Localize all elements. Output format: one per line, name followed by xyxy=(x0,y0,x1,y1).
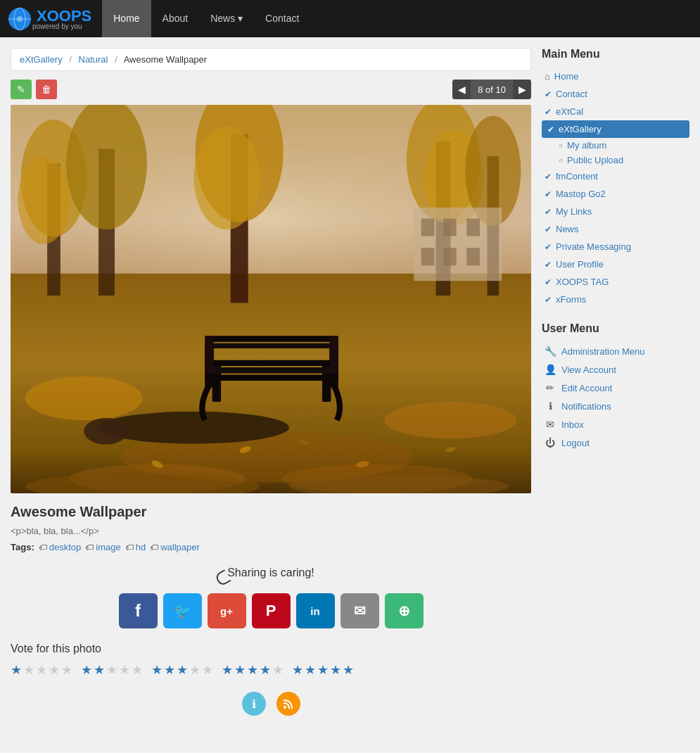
star-4-1[interactable]: ★ xyxy=(222,662,233,678)
social-buttons: f 🐦 g+ P in ✉ ⊕ xyxy=(11,593,531,628)
counter-current: 8 xyxy=(478,84,483,95)
googleplus-share-button[interactable]: g+ xyxy=(208,593,246,628)
nav-link-news[interactable]: News ▾ xyxy=(199,0,254,37)
sidebar-item-contact[interactable]: ✔ Contact xyxy=(542,85,689,103)
rss-icon xyxy=(283,698,294,709)
wrench-icon: 🔧 xyxy=(545,346,556,357)
star-2-2[interactable]: ★ xyxy=(94,662,105,678)
star-3-5[interactable]: ★ xyxy=(202,662,213,678)
photo-desc: <p>bla, bla, bla...</p> xyxy=(11,526,531,536)
info-icons: ℹ xyxy=(11,692,531,716)
sidebar-item-admin-menu[interactable]: 🔧 Administration Menu xyxy=(542,342,689,360)
star-3-1[interactable]: ★ xyxy=(151,662,163,678)
check-icon-extcal: ✔ xyxy=(545,107,552,117)
sidebar-item-logout[interactable]: ⏻ Logout xyxy=(542,434,689,452)
sidebar-item-extgallery[interactable]: ✔ eXtGallery xyxy=(542,120,689,138)
sidebar-item-userprofile[interactable]: ✔ User Profile xyxy=(542,255,689,273)
info-button[interactable]: ℹ xyxy=(242,692,266,716)
sidebar-item-notifications[interactable]: ℹ Notifications xyxy=(542,397,689,415)
sidebar-item-mastopgo2[interactable]: ✔ Mastop Go2 xyxy=(542,185,689,203)
nav-link-contact[interactable]: Contact xyxy=(254,0,310,37)
sidebar-item-xoopstag[interactable]: ✔ XOOPS TAG xyxy=(542,273,689,291)
star-2-5[interactable]: ★ xyxy=(132,662,143,678)
email-share-button[interactable]: ✉ xyxy=(341,593,379,628)
star-5-1[interactable]: ★ xyxy=(292,662,303,678)
breadcrumb: eXtGallery / Natural / Awesome Wallpaper xyxy=(11,48,531,71)
star-1-5[interactable]: ★ xyxy=(61,662,72,678)
prev-photo-button[interactable]: ◀ xyxy=(452,80,471,99)
check-icon-contact: ✔ xyxy=(545,89,552,99)
twitter-share-button[interactable]: 🐦 xyxy=(163,593,202,628)
sidebar-item-view-account[interactable]: 👤 View Account xyxy=(542,360,689,379)
star-5-5[interactable]: ★ xyxy=(343,662,354,678)
tag-wallpaper[interactable]: 🏷wallpaper xyxy=(150,542,200,552)
svg-rect-31 xyxy=(466,248,480,265)
facebook-icon: f xyxy=(135,601,141,621)
star-group-1: ★ ★ ★ ★ ★ xyxy=(11,662,78,678)
linkedin-share-button[interactable]: in xyxy=(296,593,335,628)
extgallery-submenu: ○ My album ○ Public Upload xyxy=(542,138,689,167)
sidebar-item-home[interactable]: ⌂ Home xyxy=(542,68,689,85)
nav-item-home[interactable]: Home xyxy=(102,0,151,37)
star-1-1[interactable]: ★ xyxy=(11,662,22,678)
facebook-share-button[interactable]: f xyxy=(119,593,158,628)
star-2-3[interactable]: ★ xyxy=(106,662,117,678)
star-3-3[interactable]: ★ xyxy=(177,662,188,678)
star-4-2[interactable]: ★ xyxy=(234,662,246,678)
svg-rect-39 xyxy=(205,367,338,373)
tag-image[interactable]: 🏷image xyxy=(85,542,120,552)
star-group-4: ★ ★ ★ ★ ★ xyxy=(222,662,289,678)
nav-link-home[interactable]: Home xyxy=(102,0,151,37)
star-1-3[interactable]: ★ xyxy=(36,662,47,678)
sidebar-item-privatemessaging[interactable]: ✔ Private Messaging xyxy=(542,238,689,255)
sidebar-item-xforms[interactable]: ✔ xForms xyxy=(542,291,689,308)
sidebar-item-fmcontent[interactable]: ✔ fmContent xyxy=(542,167,689,185)
star-5-3[interactable]: ★ xyxy=(317,662,329,678)
sidebar-item-news[interactable]: ✔ News xyxy=(542,220,689,238)
star-2-1[interactable]: ★ xyxy=(81,662,92,678)
star-5-4[interactable]: ★ xyxy=(330,662,341,678)
svg-point-33 xyxy=(84,418,128,445)
pinterest-share-button[interactable]: P xyxy=(252,593,291,628)
sidebar-subitem-myalbum[interactable]: ○ My album xyxy=(556,138,689,153)
email-icon: ✉ xyxy=(354,602,366,619)
tag-hd[interactable]: 🏷hd xyxy=(125,542,146,552)
navbar: XOOPS powered by you Home About News ▾ C… xyxy=(0,0,700,37)
star-4-5[interactable]: ★ xyxy=(272,662,284,678)
sidebar-item-edit-account[interactable]: ✏ Edit Account xyxy=(542,379,689,397)
sharing-title: Sharing is caring! xyxy=(227,567,314,579)
brand-logo[interactable]: XOOPS powered by you xyxy=(7,6,91,32)
check-icon-news: ✔ xyxy=(545,224,552,234)
edit-button[interactable]: ✎ xyxy=(11,80,32,99)
star-1-4[interactable]: ★ xyxy=(49,662,60,678)
pinterest-icon: P xyxy=(266,602,276,620)
sidebar-subitem-publicupload[interactable]: ○ Public Upload xyxy=(556,153,689,167)
main-menu-section: Main Menu ⌂ Home ✔ Contact ✔ eXtCal ✔ eX… xyxy=(542,48,689,308)
sidebar-item-inbox[interactable]: ✉ Inbox xyxy=(542,415,689,434)
svg-rect-28 xyxy=(466,219,480,236)
breadcrumb-sep-2: / xyxy=(115,54,117,65)
svg-point-8 xyxy=(385,402,517,438)
toolbar-left: ✎ 🗑 xyxy=(11,80,57,99)
star-1-2[interactable]: ★ xyxy=(23,662,34,678)
star-4-4[interactable]: ★ xyxy=(260,662,271,678)
nav-item-about[interactable]: About xyxy=(151,0,200,37)
star-3-2[interactable]: ★ xyxy=(164,662,175,678)
star-4-3[interactable]: ★ xyxy=(247,662,258,678)
delete-button[interactable]: 🗑 xyxy=(36,80,57,99)
breadcrumb-natural[interactable]: Natural xyxy=(79,54,108,65)
tag-desktop[interactable]: 🏷desktop xyxy=(39,542,82,552)
svg-rect-25 xyxy=(414,208,502,281)
nav-item-news[interactable]: News ▾ xyxy=(199,0,254,37)
nav-item-contact[interactable]: Contact xyxy=(254,0,310,37)
breadcrumb-extgallery[interactable]: eXtGallery xyxy=(20,54,63,65)
star-3-4[interactable]: ★ xyxy=(189,662,201,678)
sidebar-item-mylinks[interactable]: ✔ My Links xyxy=(542,203,689,220)
nav-link-about[interactable]: About xyxy=(151,0,200,37)
star-2-4[interactable]: ★ xyxy=(119,662,130,678)
more-share-button[interactable]: ⊕ xyxy=(385,593,424,628)
next-photo-button[interactable]: ▶ xyxy=(513,80,531,99)
sidebar-item-extcal[interactable]: ✔ eXtCal xyxy=(542,103,689,120)
rss-button[interactable] xyxy=(276,692,300,716)
star-5-2[interactable]: ★ xyxy=(305,662,316,678)
